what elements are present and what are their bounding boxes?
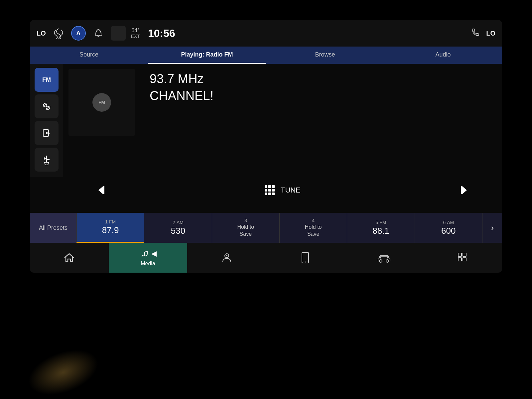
status-bar: LO A 64° EXT 10:56 bbox=[30, 20, 502, 47]
tab-playing[interactable]: Playing: Radio FM bbox=[148, 47, 266, 64]
preset-6-freq: 600 bbox=[441, 226, 456, 236]
assist-icon[interactable]: A bbox=[71, 26, 86, 41]
preset-1-button[interactable]: 1 FM 87.9 bbox=[76, 213, 144, 243]
preset-1-freq: 87.9 bbox=[102, 225, 119, 235]
square-icon[interactable] bbox=[111, 26, 126, 41]
nav-apps-button[interactable] bbox=[423, 243, 502, 273]
nav-smartphone-button[interactable] bbox=[266, 243, 345, 273]
glare-reflection bbox=[22, 341, 104, 399]
phone-icon bbox=[470, 27, 481, 40]
temp-label: EXT bbox=[131, 34, 140, 39]
svg-rect-22 bbox=[458, 253, 462, 256]
clock-display: 10:56 bbox=[148, 27, 175, 40]
status-lo-left: LO bbox=[37, 30, 46, 37]
preset-6-band: AM bbox=[447, 220, 454, 225]
svg-rect-23 bbox=[463, 253, 466, 256]
svg-rect-17 bbox=[302, 252, 309, 263]
station-info-panel: 93.7 MHz CHANNEL! bbox=[143, 64, 502, 177]
preset-4-hold: Hold toSave bbox=[305, 224, 322, 238]
fm-label: FM bbox=[42, 76, 51, 83]
station-artwork: FM bbox=[68, 69, 135, 136]
usb-source-button[interactable] bbox=[35, 148, 59, 172]
tune-label: TUNE bbox=[281, 186, 301, 195]
svg-rect-24 bbox=[458, 258, 462, 261]
preset-2-freq: 530 bbox=[171, 226, 185, 236]
preset-2-number: 2 bbox=[173, 220, 175, 225]
station-frequency: 93.7 MHz bbox=[150, 72, 495, 86]
preset-1-number: 1 bbox=[105, 219, 108, 224]
tune-button[interactable]: TUNE bbox=[265, 185, 301, 195]
preset-2-band: AM bbox=[177, 220, 184, 225]
svg-point-16 bbox=[226, 255, 227, 256]
preset-5-freq: 88.1 bbox=[372, 226, 389, 236]
prev-button[interactable] bbox=[96, 184, 110, 197]
status-lo-right: LO bbox=[486, 30, 495, 37]
preset-1-band: FM bbox=[109, 219, 116, 224]
preset-3-number: 3 bbox=[244, 218, 247, 223]
svg-point-19 bbox=[305, 262, 306, 263]
svg-rect-25 bbox=[463, 258, 466, 261]
tab-audio[interactable]: Audio bbox=[384, 47, 502, 64]
svg-marker-12 bbox=[462, 186, 467, 194]
temp-value: 64° bbox=[131, 27, 140, 34]
temperature-display: 64° EXT bbox=[131, 27, 140, 39]
preset-4-button[interactable]: 4 Hold toSave bbox=[279, 213, 347, 243]
nav-vehicle-button[interactable] bbox=[345, 243, 424, 273]
source-sidebar: FM bbox=[30, 64, 63, 177]
presets-next-button[interactable]: › bbox=[482, 213, 502, 243]
station-art-area: FM bbox=[63, 64, 143, 177]
svg-rect-11 bbox=[103, 186, 104, 194]
playback-controls: TUNE bbox=[63, 177, 502, 203]
tune-grid-icon bbox=[265, 185, 275, 195]
preset-4-number: 4 bbox=[312, 218, 315, 223]
preset-6-number: 6 bbox=[443, 220, 446, 225]
svg-marker-14 bbox=[151, 251, 157, 257]
preset-2-button[interactable]: 2 AM 530 bbox=[144, 213, 211, 243]
tab-browse[interactable]: Browse bbox=[266, 47, 384, 64]
tab-source[interactable]: Source bbox=[30, 47, 148, 64]
svg-point-1 bbox=[46, 105, 48, 107]
all-presets-button[interactable]: All Presets bbox=[30, 213, 76, 243]
satellite-source-button[interactable] bbox=[35, 94, 59, 118]
preset-5-number: 5 bbox=[375, 220, 378, 225]
infotainment-screen: LO A 64° EXT 10:56 bbox=[30, 20, 502, 273]
nav-media-label: Media bbox=[141, 261, 155, 267]
svg-line-4 bbox=[49, 132, 49, 134]
fm-circle-art: FM bbox=[92, 93, 111, 112]
svg-rect-13 bbox=[461, 186, 462, 194]
fm-source-button[interactable]: FM bbox=[35, 68, 59, 92]
nav-media-button[interactable]: Media bbox=[109, 243, 188, 273]
heat-icon bbox=[51, 26, 66, 41]
preset-3-hold: Hold toSave bbox=[237, 224, 254, 238]
physical-bezel bbox=[0, 273, 532, 399]
station-name: CHANNEL! bbox=[150, 89, 495, 103]
media-source-button[interactable] bbox=[35, 121, 59, 145]
svg-rect-9 bbox=[48, 159, 50, 160]
nav-tabs: Source Playing: Radio FM Browse Audio bbox=[30, 47, 502, 64]
bell-icon[interactable] bbox=[91, 26, 106, 41]
preset-5-band: FM bbox=[379, 220, 386, 225]
nav-home-button[interactable] bbox=[30, 243, 109, 273]
preset-5-button[interactable]: 5 FM 88.1 bbox=[347, 213, 414, 243]
next-button[interactable] bbox=[456, 184, 469, 197]
nav-phone-button[interactable] bbox=[187, 243, 266, 273]
presets-bar: All Presets 1 FM 87.9 2 AM 530 3 Hold to… bbox=[30, 213, 502, 243]
assist-label: A bbox=[76, 30, 80, 37]
preset-3-button[interactable]: 3 Hold toSave bbox=[212, 213, 279, 243]
svg-marker-10 bbox=[98, 186, 103, 194]
preset-6-button[interactable]: 6 AM 600 bbox=[415, 213, 482, 243]
bottom-navigation: Media bbox=[30, 243, 502, 273]
